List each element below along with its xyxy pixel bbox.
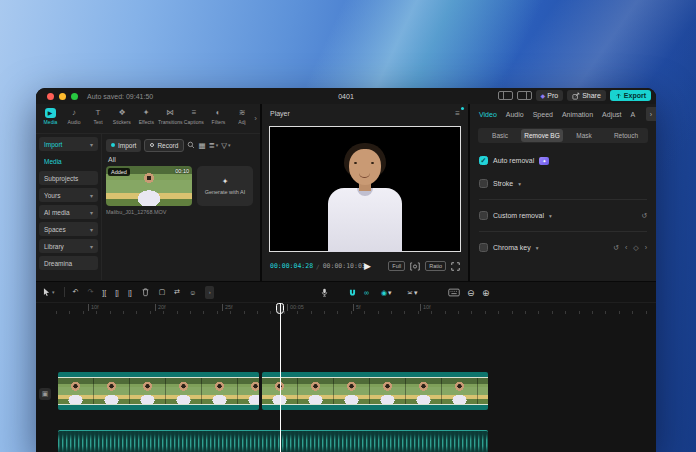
track-toggle-icon[interactable]: ▣ [39,388,51,400]
more-tools-button[interactable]: › [205,286,214,299]
trim-left-button[interactable]: [| [115,289,119,296]
stroke-checkbox[interactable] [479,179,488,188]
subtab-mask[interactable]: Mask [563,129,605,142]
video-clip-segment[interactable] [262,372,488,410]
keyboard-icon [448,288,460,297]
timeline-ruler[interactable]: 10f 20f 25f 00:05 5f 10f [56,303,656,314]
tab-animation[interactable]: Animation [562,111,593,118]
minimize-button[interactable] [59,93,66,100]
export-button[interactable]: Export [610,90,651,101]
zoom-in-button[interactable]: ⊕ [482,282,490,303]
video-clip-segment[interactable] [58,372,259,410]
tab-stickers[interactable]: ❖Stickers [110,108,134,125]
tab-media[interactable]: ▶Media [38,108,62,125]
chevron-down-icon[interactable]: ▾ [536,245,539,251]
total-duration: 00:00:10:03 [323,262,366,270]
tab-adjust[interactable]: ≋Adj [230,108,254,125]
chevron-down-icon[interactable]: ▾ [549,213,552,219]
reset-icon[interactable]: ↺ [641,212,647,220]
titlebar: Auto saved: 09:41:50 0401 ◆ Pro Share Ex… [36,88,656,104]
preview-toggle[interactable]: ◉▾ [381,282,392,303]
tab-video[interactable]: Video [479,111,497,118]
close-button[interactable] [47,93,54,100]
link-toggle[interactable]: ∞ [364,282,369,303]
tab-speed[interactable]: Speed [533,111,553,118]
shortcuts-button[interactable] [448,282,460,303]
media-clip-card[interactable]: Added 00:10 Malibu_J01_12768.MOV [106,166,192,215]
audio-clip[interactable] [58,430,488,452]
keyframe-next-icon[interactable]: › [645,244,647,252]
split-button[interactable]: ][ [102,289,106,296]
sidebar-item-ai-media[interactable]: AI media▾ [39,205,98,219]
tab-captions[interactable]: ≡Captions [182,108,206,125]
select-tool[interactable]: ▾ [42,287,55,297]
filter-icon[interactable]: ▽▾ [221,141,230,150]
tab-adjust-settings[interactable]: Adjust [602,111,621,118]
tab-audio-settings[interactable]: Audio [506,111,524,118]
added-badge: Added [108,168,130,176]
grid-view-icon[interactable]: ▦ [198,141,205,150]
layout-toggle-icon[interactable] [498,91,513,100]
search-icon[interactable] [187,141,195,149]
voiceover-button[interactable] [320,282,329,303]
keyframe-prev-icon[interactable]: ‹ [625,244,627,252]
ratio-button[interactable]: Ratio [425,261,446,271]
sidebar-item-spaces[interactable]: Spaces▾ [39,222,98,236]
redo-button[interactable]: ↷ [87,288,93,296]
subtab-basic[interactable]: Basic [479,129,521,142]
tab-truncated[interactable]: A [631,111,636,118]
timeline-panel: ▾ ↶ ↷ ][ [| |] ▢ ⇄ ☺ › [36,282,656,452]
sort-icon[interactable]: ≣▾ [208,141,218,150]
portrait-button[interactable]: ☺ [189,289,196,296]
play-button[interactable]: ▶ [364,261,371,271]
undo-button[interactable]: ↶ [73,288,79,296]
tabs-overflow-button[interactable]: › [254,108,260,124]
tab-effects[interactable]: ✦Effects [134,108,158,125]
sidebar-item-dreamina[interactable]: Dreamina [39,256,98,270]
track-area: ▣ [36,314,656,452]
delete-button[interactable] [141,287,150,297]
subtab-retouch[interactable]: Retouch [605,129,647,142]
player-title: Player [270,110,290,117]
focus-preview-icon[interactable] [410,262,420,271]
generate-with-ai-card[interactable]: ✦ Generate with AI [197,166,253,206]
replace-button[interactable]: ⇄ [174,288,180,296]
tab-filters[interactable]: ◐Filters [206,108,230,125]
chevron-down-icon[interactable]: ▾ [518,181,521,187]
zoom-out-button[interactable]: ⊖ [467,282,475,303]
keyframe-icon[interactable]: ◇ [633,244,638,252]
import-icon [111,143,115,147]
snap-toggle[interactable] [348,282,357,303]
video-preview[interactable] [269,126,461,252]
import-button[interactable]: Import [106,139,141,152]
fullscreen-icon[interactable] [451,262,460,271]
share-button[interactable]: Share [567,90,606,101]
playhead-handle[interactable] [276,303,284,314]
player-menu-icon[interactable]: ≡ [455,109,460,118]
zoom-button[interactable] [71,93,78,100]
tab-audio[interactable]: ♪Audio [62,108,86,125]
select-mode-toggle[interactable]: ≍▾ [407,282,417,303]
custom-removal-checkbox[interactable] [479,211,488,220]
auto-removal-checkbox[interactable]: ✓ [479,156,488,165]
clip-thumbnail[interactable]: Added 00:10 [106,166,192,206]
pro-button[interactable]: ◆ Pro [536,90,564,101]
import-menu[interactable]: Import▾ [39,137,98,151]
playhead[interactable] [280,303,281,452]
trim-right-button[interactable]: |] [128,289,132,296]
microphone-icon [320,287,329,298]
inspector-tabs-overflow-button[interactable]: › [646,107,656,121]
subtab-remove-bg[interactable]: Remove BG [521,129,563,142]
sidebar-item-subprojects[interactable]: Subprojects [39,171,98,185]
chroma-key-checkbox[interactable] [479,243,488,252]
tab-text[interactable]: TText [86,108,110,125]
panel-layout-icon[interactable] [517,91,532,100]
sidebar-item-media[interactable]: Media [39,154,98,168]
sidebar-item-library[interactable]: Library▾ [39,239,98,253]
full-quality-button[interactable]: Full [388,261,405,271]
crop-button[interactable]: ▢ [159,288,166,296]
tab-transitions[interactable]: ⋈Transitions [158,108,182,125]
record-button[interactable]: Record [144,139,184,152]
reset-icon[interactable]: ↺ [613,244,619,252]
sidebar-item-yours[interactable]: Yours▾ [39,188,98,202]
